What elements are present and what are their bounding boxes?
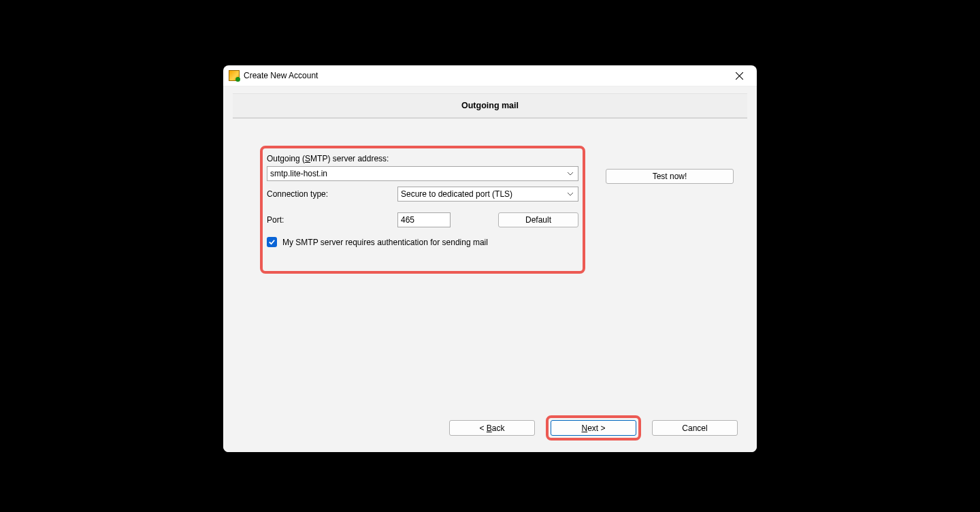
create-account-dialog: Create New Account Outgoing mail Outgoin… <box>223 65 757 452</box>
close-icon <box>736 72 743 80</box>
connection-type-value: Secure to dedicated port (TLS) <box>401 189 512 199</box>
wizard-footer: < Back Next > Cancel <box>233 416 747 447</box>
next-button-ul: N <box>581 423 587 433</box>
connection-type-row: Connection type: Secure to dedicated por… <box>267 187 578 202</box>
section-title: Outgoing mail <box>233 93 747 118</box>
titlebar: Create New Account <box>223 65 757 86</box>
test-now-button[interactable]: Test now! <box>606 169 734 184</box>
connection-type-combobox[interactable]: Secure to dedicated port (TLS) <box>397 187 578 202</box>
auth-checkbox[interactable] <box>267 237 277 247</box>
smtp-address-combobox[interactable]: smtp.lite-host.in <box>267 166 578 181</box>
chevron-down-icon <box>567 170 574 177</box>
default-port-button[interactable]: Default <box>498 212 578 227</box>
check-icon <box>268 238 276 246</box>
port-input[interactable] <box>397 212 451 227</box>
back-button-ul: B <box>487 423 492 433</box>
app-icon <box>229 70 240 81</box>
back-button[interactable]: < Back <box>449 420 535 436</box>
dialog-body: Outgoing mail Outgoing (SMTP) server add… <box>223 86 757 452</box>
smtp-address-label: Outgoing (SMTP) server address: <box>267 154 389 163</box>
cancel-button[interactable]: Cancel <box>652 420 738 436</box>
smtp-address-value: smtp.lite-host.in <box>270 169 327 178</box>
window-title: Create New Account <box>244 71 725 80</box>
auth-checkbox-row: My SMTP server requires authentication f… <box>267 237 578 247</box>
next-button[interactable]: Next > <box>551 420 636 436</box>
chevron-down-icon <box>567 191 574 197</box>
port-label: Port: <box>267 215 397 225</box>
back-button-suffix: ack <box>492 423 505 433</box>
back-button-prefix: < <box>479 423 486 433</box>
smtp-form: Outgoing (SMTP) server address: smtp.lit… <box>267 154 578 247</box>
annotation-highlight-next: Next > <box>546 415 641 441</box>
smtp-address-row: smtp.lite-host.in <box>267 166 578 181</box>
next-button-suffix: ext > <box>587 423 605 433</box>
smtp-address-label-row: Outgoing (SMTP) server address: <box>267 154 578 163</box>
divider <box>233 118 747 118</box>
close-button[interactable] <box>725 66 753 85</box>
connection-type-label: Connection type: <box>267 189 397 199</box>
port-row: Port: Default <box>267 212 578 227</box>
content-area: Outgoing (SMTP) server address: smtp.lit… <box>233 146 747 416</box>
auth-checkbox-label: My SMTP server requires authentication f… <box>282 238 488 247</box>
